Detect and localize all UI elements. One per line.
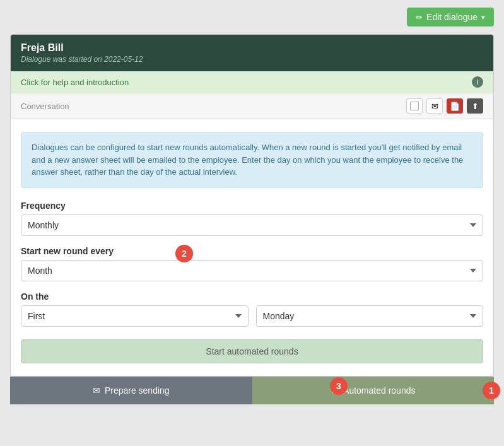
pencil-icon: ✏ [416, 13, 423, 22]
on-the-group: On the First Second Third Fourth Last Mo… [21, 291, 483, 327]
frequency-label: Frequency [21, 201, 483, 211]
start-round-label: Start new round every [21, 246, 483, 256]
edit-dialogue-label: Edit dialogue [426, 12, 478, 22]
help-bar[interactable]: Click for help and introduction i [11, 71, 493, 93]
badge-2: 2 [175, 245, 193, 262]
badge-3: 3 [330, 377, 348, 395]
on-the-label: On the [21, 291, 483, 302]
automated-rounds-tab[interactable]: ⚙ Automated rounds [252, 377, 495, 404]
upload-icon[interactable]: ⬆ [467, 98, 483, 114]
frequency-group: Frequency Monthly Weekly Biweekly Quarte… [21, 201, 483, 236]
on-the-row: First Second Third Fourth Last Monday Tu… [21, 305, 483, 327]
checkbox-icon[interactable] [406, 98, 423, 114]
on-the-first-select[interactable]: First Second Third Fourth Last [21, 305, 249, 327]
help-text[interactable]: Click for help and introduction [21, 78, 129, 87]
info-text: Dialogues can be configured to start new… [32, 141, 472, 179]
top-bar: ✏ Edit dialogue ▾ [0, 0, 504, 34]
start-automated-rounds-button[interactable]: Start automated rounds [21, 339, 483, 363]
info-icon[interactable]: i [472, 76, 483, 88]
document-red-icon[interactable]: 📄 [447, 98, 463, 114]
chevron-down-icon: ▾ [481, 13, 485, 21]
on-the-day-select[interactable]: Monday Tuesday Wednesday Thursday Friday [256, 305, 484, 327]
conversation-label: Conversation [21, 102, 69, 111]
envelope-tab-icon: ✉ [93, 385, 100, 396]
info-box: Dialogues can be configured to start new… [21, 132, 483, 188]
bottom-tabs: ✉ Prepare sending ⚙ Automated rounds 1 [10, 377, 494, 404]
edit-dialogue-button[interactable]: ✏ Edit dialogue ▾ [407, 8, 494, 26]
prepare-sending-tab[interactable]: ✉ Prepare sending [10, 377, 252, 404]
conversation-bar: Conversation ✉ 📄 ⬆ [11, 93, 493, 119]
frequency-select[interactable]: Monthly Weekly Biweekly Quarterly Yearly [21, 214, 483, 236]
start-round-group: Start new round every Month Week 2 Weeks… [21, 246, 483, 281]
automated-rounds-label: Automated rounds [343, 385, 415, 396]
start-round-select[interactable]: Month Week 2 Weeks Quarter Year [21, 260, 483, 281]
dialogue-started-date: Dialogue was started on 2022-05-12 [21, 55, 483, 64]
badge-1: 1 [483, 382, 500, 399]
conversation-icons: ✉ 📄 ⬆ [406, 98, 483, 114]
card-content: Dialogues can be configured to start new… [11, 119, 493, 376]
main-card: Freja Bill Dialogue was started on 2022-… [10, 34, 494, 377]
envelope-icon[interactable]: ✉ [426, 98, 443, 114]
user-name: Freja Bill [21, 42, 483, 54]
card-header: Freja Bill Dialogue was started on 2022-… [11, 35, 493, 71]
prepare-sending-label: Prepare sending [105, 385, 170, 396]
